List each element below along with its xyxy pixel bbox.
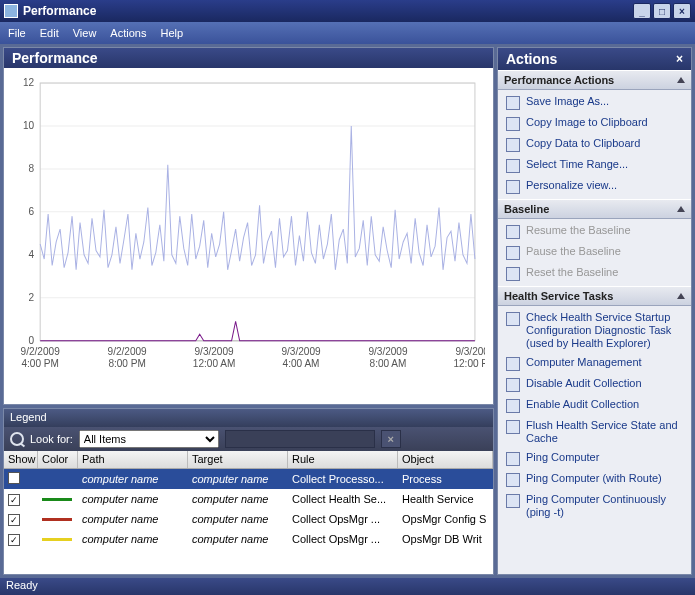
- show-checkbox[interactable]: [8, 534, 20, 546]
- task-check-health-service[interactable]: Check Health Service Startup Configurati…: [500, 308, 689, 353]
- task-ping-computer-continuously[interactable]: Ping Computer Continuously (ping -t): [500, 490, 689, 522]
- svg-text:4:00 AM: 4:00 AM: [283, 358, 320, 369]
- svg-text:9/2/2009: 9/2/2009: [108, 346, 148, 357]
- svg-text:6: 6: [29, 206, 35, 217]
- cell-object: OpsMgr Config S: [398, 513, 493, 525]
- show-checkbox[interactable]: [8, 472, 20, 484]
- task-reset-baseline: Reset the Baseline: [500, 263, 689, 284]
- menu-file[interactable]: File: [8, 27, 26, 39]
- svg-text:4:00 PM: 4:00 PM: [21, 358, 58, 369]
- maximize-button[interactable]: □: [653, 3, 671, 19]
- task-icon: [506, 420, 520, 434]
- menu-actions[interactable]: Actions: [110, 27, 146, 39]
- app-icon: [4, 4, 18, 18]
- legend-title: Legend: [4, 409, 493, 427]
- cell-object: OpsMgr DB Writ: [398, 533, 493, 545]
- task-ping-computer-route[interactable]: Ping Computer (with Route): [500, 469, 689, 490]
- image-icon: [506, 96, 520, 110]
- show-checkbox[interactable]: [8, 514, 20, 526]
- menubar: File Edit View Actions Help: [0, 22, 695, 44]
- svg-text:9/3/2009: 9/3/2009: [281, 346, 321, 357]
- col-color[interactable]: Color: [38, 451, 78, 468]
- cell-rule: Collect Health Se...: [288, 493, 398, 505]
- task-copy-data-clipboard[interactable]: Copy Data to Clipboard: [500, 134, 689, 155]
- svg-text:12:00 PM: 12:00 PM: [453, 358, 485, 369]
- task-select-time-range[interactable]: Select Time Range...: [500, 155, 689, 176]
- section-performance-actions[interactable]: Performance Actions: [498, 70, 691, 90]
- cell-object: Health Service: [398, 493, 493, 505]
- performance-chart[interactable]: 024681012 9/2/20094:00 PM9/2/20098:00 PM…: [12, 76, 485, 400]
- task-save-image-as[interactable]: Save Image As...: [500, 92, 689, 113]
- clipboard-icon: [506, 117, 520, 131]
- chart-panel-title: Performance: [12, 50, 98, 66]
- look-for-label: Look for:: [30, 433, 73, 445]
- legend-grid-header: Show Color Path Target Rule Object: [4, 451, 493, 469]
- task-computer-management[interactable]: Computer Management: [500, 353, 689, 374]
- color-swatch: [42, 538, 72, 541]
- col-show[interactable]: Show: [4, 451, 38, 468]
- look-for-clear[interactable]: ×: [381, 430, 401, 448]
- legend-row[interactable]: computer namecomputer nameCollect OpsMgr…: [4, 509, 493, 529]
- task-flush-health-service[interactable]: Flush Health Service State and Cache: [500, 416, 689, 448]
- gear-icon: [506, 180, 520, 194]
- menu-edit[interactable]: Edit: [40, 27, 59, 39]
- statusbar: Ready: [0, 578, 695, 595]
- svg-text:8:00 AM: 8:00 AM: [370, 358, 407, 369]
- cell-target: computer name: [188, 513, 288, 525]
- task-enable-audit-collection[interactable]: Enable Audit Collection: [500, 395, 689, 416]
- task-icon: [506, 452, 520, 466]
- svg-text:9/3/2009: 9/3/2009: [368, 346, 408, 357]
- cell-path: computer name: [78, 533, 188, 545]
- cell-target: computer name: [188, 493, 288, 505]
- cell-rule: Collect Processo...: [288, 473, 398, 485]
- svg-text:10: 10: [23, 120, 35, 131]
- look-for-input[interactable]: [225, 430, 375, 448]
- window-titlebar: Performance _ □ ×: [0, 0, 695, 22]
- minimize-button[interactable]: _: [633, 3, 651, 19]
- section-baseline[interactable]: Baseline: [498, 199, 691, 219]
- clipboard-icon: [506, 138, 520, 152]
- legend-grid: Show Color Path Target Rule Object compu…: [4, 451, 493, 574]
- actions-close-icon[interactable]: ×: [676, 52, 683, 66]
- legend-row[interactable]: computer namecomputer nameCollect Health…: [4, 489, 493, 509]
- svg-text:8: 8: [29, 163, 35, 174]
- legend-row[interactable]: computer namecomputer nameCollect OpsMgr…: [4, 529, 493, 549]
- task-disable-audit-collection[interactable]: Disable Audit Collection: [500, 374, 689, 395]
- col-path[interactable]: Path: [78, 451, 188, 468]
- svg-text:9/2/2009: 9/2/2009: [21, 346, 61, 357]
- actions-title: Actions: [506, 51, 557, 67]
- chart-panel-header: Performance: [4, 48, 493, 68]
- actions-header: Actions ×: [498, 48, 691, 70]
- task-pause-baseline: Pause the Baseline: [500, 242, 689, 263]
- section-health-service-tasks[interactable]: Health Service Tasks: [498, 286, 691, 306]
- collapse-icon: [677, 293, 685, 299]
- show-checkbox[interactable]: [8, 494, 20, 506]
- search-icon: [10, 432, 24, 446]
- svg-text:9/3/2009: 9/3/2009: [455, 346, 485, 357]
- calendar-icon: [506, 159, 520, 173]
- col-object[interactable]: Object: [398, 451, 493, 468]
- task-icon: [506, 494, 520, 508]
- task-ping-computer[interactable]: Ping Computer: [500, 448, 689, 469]
- look-for-filter[interactable]: All Items: [79, 430, 219, 448]
- task-copy-image-clipboard[interactable]: Copy Image to Clipboard: [500, 113, 689, 134]
- cell-rule: Collect OpsMgr ...: [288, 513, 398, 525]
- col-rule[interactable]: Rule: [288, 451, 398, 468]
- svg-text:2: 2: [29, 292, 35, 303]
- svg-text:0: 0: [29, 335, 35, 346]
- col-target[interactable]: Target: [188, 451, 288, 468]
- cell-target: computer name: [188, 533, 288, 545]
- legend-panel: Legend Look for: All Items × Show Color …: [3, 408, 494, 575]
- cell-path: computer name: [78, 513, 188, 525]
- look-for-bar: Look for: All Items ×: [4, 427, 493, 451]
- reset-icon: [506, 267, 520, 281]
- legend-row[interactable]: computer namecomputer nameCollect Proces…: [4, 469, 493, 489]
- menu-help[interactable]: Help: [160, 27, 183, 39]
- cell-object: Process: [398, 473, 493, 485]
- menu-view[interactable]: View: [73, 27, 97, 39]
- task-personalize-view[interactable]: Personalize view...: [500, 176, 689, 197]
- cell-rule: Collect OpsMgr ...: [288, 533, 398, 545]
- collapse-icon: [677, 77, 685, 83]
- section-label: Baseline: [504, 203, 549, 215]
- close-button[interactable]: ×: [673, 3, 691, 19]
